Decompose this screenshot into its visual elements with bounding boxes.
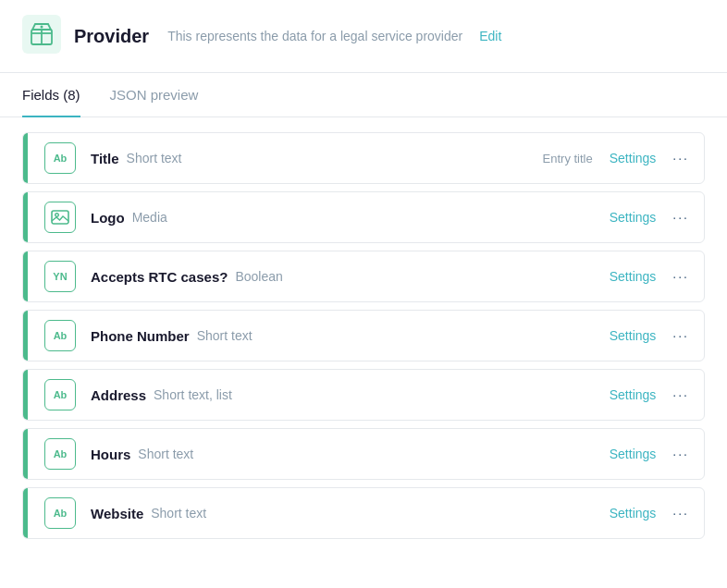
more-menu-button[interactable]: ··· bbox=[672, 387, 689, 402]
field-name: Accepts RTC cases? bbox=[91, 269, 228, 285]
field-meta: Settings··· bbox=[610, 447, 704, 461]
field-type: Short text bbox=[138, 447, 193, 461]
field-accent-bar bbox=[23, 251, 28, 301]
field-type: Short text bbox=[127, 151, 182, 165]
edit-link[interactable]: Edit bbox=[479, 29, 501, 43]
field-meta: Entry titleSettings··· bbox=[543, 151, 704, 165]
text-icon: Ab bbox=[44, 497, 76, 529]
field-accent-bar bbox=[23, 133, 28, 183]
field-accent-bar bbox=[23, 192, 28, 242]
field-accent-bar bbox=[23, 488, 28, 538]
entry-title-badge: Entry title bbox=[543, 152, 593, 165]
field-accent-bar bbox=[23, 370, 28, 420]
page-title: Provider bbox=[74, 26, 149, 47]
more-menu-button[interactable]: ··· bbox=[672, 269, 689, 284]
fields-list: AbTitleShort textEntry titleSettings··· … bbox=[0, 117, 727, 554]
more-menu-button[interactable]: ··· bbox=[672, 447, 689, 461]
settings-link[interactable]: Settings bbox=[610, 269, 657, 284]
header-description: This represents the data for a legal ser… bbox=[167, 29, 462, 43]
field-icon-wrap: Ab bbox=[39, 374, 81, 416]
more-menu-button[interactable]: ··· bbox=[672, 151, 689, 165]
field-meta: Settings··· bbox=[610, 328, 704, 343]
provider-icon bbox=[22, 15, 61, 57]
field-type: Media bbox=[132, 210, 167, 225]
svg-point-2 bbox=[41, 26, 43, 29]
field-type: Short text bbox=[151, 506, 206, 521]
settings-link[interactable]: Settings bbox=[610, 151, 657, 165]
text-icon: Ab bbox=[44, 379, 76, 410]
field-type: Short text, list bbox=[154, 387, 232, 402]
field-icon-wrap: Ab bbox=[39, 433, 81, 475]
boolean-icon: YN bbox=[44, 261, 76, 292]
field-row-phone: AbPhone NumberShort textSettings··· bbox=[22, 310, 705, 361]
tab-bar: Fields (8) JSON preview bbox=[0, 73, 727, 117]
text-icon: Ab bbox=[44, 320, 76, 351]
field-name: Phone Number bbox=[91, 328, 190, 344]
field-name: Website bbox=[91, 506, 143, 521]
field-name: Logo bbox=[91, 210, 125, 226]
field-meta: Settings··· bbox=[610, 269, 704, 284]
field-row-address: AbAddressShort text, listSettings··· bbox=[22, 369, 705, 421]
field-name: Hours bbox=[91, 447, 130, 462]
field-type: Short text bbox=[197, 328, 253, 343]
field-name: Address bbox=[91, 387, 146, 403]
more-menu-button[interactable]: ··· bbox=[672, 506, 689, 521]
settings-link[interactable]: Settings bbox=[610, 387, 657, 402]
text-icon: Ab bbox=[44, 142, 76, 174]
settings-link[interactable]: Settings bbox=[610, 210, 657, 225]
field-meta: Settings··· bbox=[610, 506, 704, 521]
field-meta: Settings··· bbox=[610, 210, 704, 225]
field-meta: Settings··· bbox=[610, 387, 704, 402]
field-icon-wrap: Ab bbox=[39, 137, 81, 179]
settings-link[interactable]: Settings bbox=[610, 506, 657, 521]
field-accent-bar bbox=[23, 429, 28, 479]
text-icon: Ab bbox=[44, 438, 76, 470]
tab-json-preview[interactable]: JSON preview bbox=[110, 74, 199, 117]
more-menu-button[interactable]: ··· bbox=[672, 328, 689, 343]
field-row-logo: LogoMediaSettings··· bbox=[22, 191, 705, 243]
svg-point-4 bbox=[55, 214, 59, 217]
field-row-rtc: YNAccepts RTC cases?BooleanSettings··· bbox=[22, 251, 705, 302]
field-type: Boolean bbox=[235, 269, 282, 284]
field-icon-wrap: YN bbox=[39, 255, 81, 298]
tab-fields[interactable]: Fields (8) bbox=[22, 74, 80, 117]
page-header: Provider This represents the data for a … bbox=[0, 0, 727, 73]
media-icon bbox=[44, 202, 76, 233]
field-name: Title bbox=[91, 151, 119, 166]
field-row-hours: AbHoursShort textSettings··· bbox=[22, 428, 705, 480]
more-menu-button[interactable]: ··· bbox=[672, 210, 689, 225]
field-icon-wrap bbox=[39, 196, 81, 239]
settings-link[interactable]: Settings bbox=[610, 447, 657, 461]
field-row-title: AbTitleShort textEntry titleSettings··· bbox=[22, 132, 705, 184]
field-row-website: AbWebsiteShort textSettings··· bbox=[22, 487, 705, 539]
field-icon-wrap: Ab bbox=[39, 492, 81, 534]
settings-link[interactable]: Settings bbox=[610, 328, 657, 343]
field-accent-bar bbox=[23, 311, 28, 361]
svg-rect-3 bbox=[52, 211, 68, 224]
field-icon-wrap: Ab bbox=[39, 314, 81, 357]
